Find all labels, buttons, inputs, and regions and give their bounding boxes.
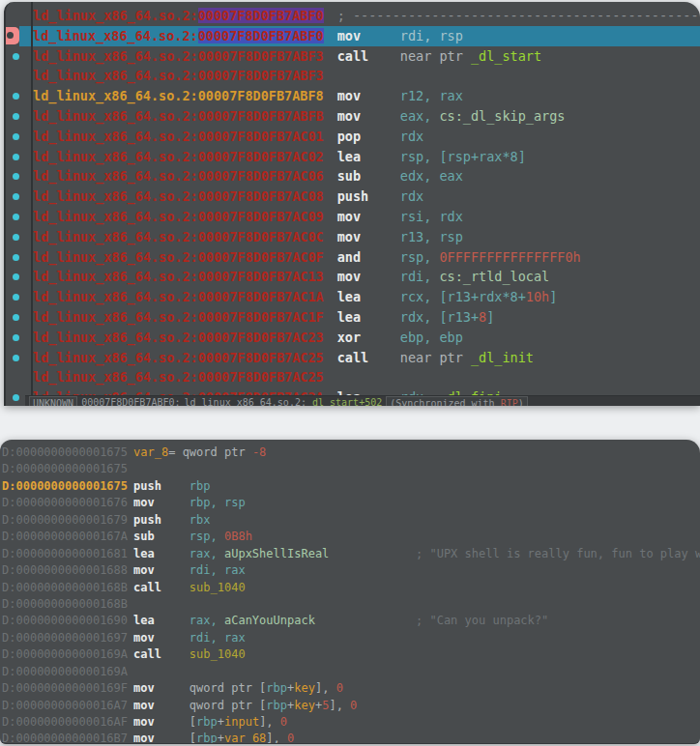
asm-line[interactable]: D:000000000000169Acallsub_1040 [2, 646, 700, 663]
mnemonic[interactable]: mov [337, 106, 400, 127]
breakpoint-dot[interactable] [13, 93, 19, 100]
code-token[interactable]: ], [315, 681, 336, 695]
mnemonic[interactable]: mov [133, 714, 190, 731]
code-token[interactable]: [ [190, 715, 196, 729]
code-token[interactable]: = [168, 445, 182, 459]
breakpoint-dot[interactable] [13, 113, 19, 120]
code-token[interactable]: rbp [266, 699, 287, 712]
mnemonic[interactable]: lea [337, 287, 400, 307]
mnemonic[interactable]: mov [337, 86, 400, 106]
code-token[interactable]: 0 [287, 732, 294, 744]
address-label[interactable]: D:0000000000001681 [2, 547, 128, 560]
code-token[interactable]: ] [486, 309, 494, 325]
operands[interactable]: rax, aUpxShellIsReal [190, 547, 330, 560]
breakpoint-dot[interactable] [13, 133, 19, 140]
address-label[interactable]: D:00000000000016AF [2, 715, 128, 729]
mnemonic[interactable]: mov [133, 698, 190, 714]
code-token[interactable]: 0 [280, 715, 287, 729]
code-token[interactable]: qword ptr [ [190, 681, 266, 695]
code-token[interactable]: aCanYouUnpack [224, 614, 315, 627]
address-label[interactable]: ld_linux_x86_64.so.2:00007F8D0FB7AC01 [33, 129, 324, 144]
code-token[interactable]: edx, eax [400, 168, 463, 184]
mnemonic[interactable]: lea [337, 147, 400, 167]
mnemonic[interactable]: call [133, 646, 190, 663]
mnemonic[interactable]: push [133, 512, 190, 529]
code-token[interactable]: rsp, [rsp+rax*8] [400, 149, 526, 164]
code-token[interactable]: _dl_init [471, 350, 534, 365]
code-token[interactable]: [ [190, 732, 196, 744]
address-label[interactable]: D:000000000000169F [2, 681, 128, 695]
mnemonic[interactable]: mov [133, 495, 190, 511]
disassembly-panel-ld-linux[interactable]: ld_linux_x86_64.so.2:00007F8D0FB7ABF0; -… [4, 2, 700, 406]
asm-line[interactable]: ld_linux_x86_64.so.2:00007F8D0FB7AC0Fand… [33, 247, 700, 268]
code-token[interactable]: cs:_dl_skip_args [439, 108, 565, 124]
asm-line[interactable]: ld_linux_x86_64.so.2:00007F8D0FB7AC06sub… [33, 166, 700, 186]
code-token[interactable]: rdi, rsp [400, 28, 463, 43]
address-label[interactable]: ld_linux_x86_64.so.2:00007F8D0FB7ABF0 [33, 28, 324, 43]
address-label[interactable]: ld_linux_x86_64.so.2:00007F8D0FB7AC06 [33, 168, 324, 184]
operands[interactable]: qword ptr [rbp+key], 0 [190, 681, 343, 695]
breakpoint-dot[interactable] [13, 193, 19, 200]
breakpoint-dot[interactable] [13, 53, 19, 60]
asm-line[interactable]: D:0000000000001675pushrbp [2, 478, 700, 495]
asm-line[interactable]: D:000000000000169A [2, 664, 700, 680]
code-token[interactable]: rdx, [r13+ [400, 309, 479, 325]
code-token[interactable]: ], [329, 699, 350, 712]
code-token[interactable]: eax, [400, 108, 440, 124]
asm-line[interactable]: ld_linux_x86_64.so.2:00007F8D0FB7AC0Cmov… [33, 227, 700, 247]
asm-line[interactable]: ld_linux_x86_64.so.2:00007F8D0FB7ABF0; -… [33, 6, 700, 26]
mnemonic[interactable]: lea [133, 546, 190, 562]
breakpoint-dot[interactable] [13, 154, 19, 160]
code-token[interactable]: key [294, 681, 315, 695]
operands[interactable]: rbp, rsp [190, 496, 246, 509]
asm-line[interactable]: D:000000000000169Fmovqword ptr [rbp+key]… [2, 680, 700, 697]
operands[interactable]: rcx, [r13+rdx*8+10h] [400, 289, 558, 304]
mnemonic[interactable]: sub [133, 529, 190, 545]
address-label[interactable]: D:0000000000001690 [2, 614, 128, 627]
asm-line[interactable]: ld_linux_x86_64.so.2:00007F8D0FB7AC08pus… [33, 186, 700, 207]
asm-line[interactable]: ld_linux_x86_64.so.2:00007F8D0FB7AC25cal… [33, 348, 700, 368]
code-token[interactable]: near ptr [400, 48, 471, 64]
asm-line[interactable]: D:0000000000001679pushrbx [2, 512, 700, 529]
code-token[interactable]: ], [266, 732, 287, 744]
breakpoint-dot[interactable] [13, 234, 19, 241]
mnemonic[interactable]: mov [337, 227, 400, 247]
operands[interactable]: r13, rsp [400, 229, 463, 244]
mnemonic[interactable]: xor [337, 328, 400, 348]
mnemonic[interactable]: push [133, 478, 190, 495]
address-label[interactable]: D:0000000000001697 [2, 631, 128, 645]
operands[interactable]: [rbp+input], 0 [190, 715, 287, 729]
address-label[interactable]: ld_linux_x86_64.so.2:00007F8D0FB7AC25 [33, 350, 324, 365]
operands[interactable]: rsp, [rsp+rax*8] [400, 149, 526, 164]
asm-line[interactable]: ld_linux_x86_64.so.2:00007F8D0FB7AC02lea… [33, 147, 700, 167]
mnemonic[interactable]: mov [133, 630, 190, 646]
address-label[interactable]: ld_linux_x86_64.so.2:00007F8D0FB7AC1F [33, 309, 324, 325]
address-label[interactable]: ld_linux_x86_64.so.2:00007F8D0FB7AC08 [33, 188, 324, 204]
operands[interactable]: rdx [400, 188, 423, 204]
code-token[interactable]: rbp [266, 681, 287, 695]
operands[interactable]: sub_1040 [190, 647, 246, 661]
code-token[interactable]: input [224, 715, 259, 729]
operands[interactable]: rdi, cs:_rtld_local [400, 269, 549, 284]
code-token[interactable]: rbp [196, 732, 218, 744]
asm-line[interactable]: ld_linux_x86_64.so.2:00007F8D0FB7ABF3 [33, 66, 700, 86]
asm-line[interactable]: ld_linux_x86_64.so.2:00007F8D0FB7ABF3cal… [33, 46, 700, 67]
mnemonic[interactable]: call [133, 580, 190, 596]
code-token[interactable]: 8 [479, 309, 486, 325]
address-label[interactable]: D:00000000000016A7 [2, 699, 128, 712]
breakpoint-dot[interactable] [13, 355, 19, 361]
address-label[interactable]: ld_linux_x86_64.so.2:00007F8D0FB7AC25 [33, 369, 324, 385]
operands[interactable]: eax, cs:_dl_skip_args [400, 108, 566, 124]
address-label[interactable]: D:000000000000168B [2, 597, 128, 611]
asm-line[interactable]: D:0000000000001688movrdi, rax [2, 562, 700, 579]
asm-line[interactable]: D:00000000000016B7mov[rbp+var_68], 0 [2, 731, 700, 744]
asm-line[interactable]: D:000000000000168Bcallsub_1040 [2, 580, 700, 596]
operands[interactable]: ; --------------------------------------… [337, 8, 700, 23]
address-label[interactable]: D:0000000000001688 [2, 563, 128, 577]
mnemonic[interactable]: mov [133, 680, 190, 697]
disassembly-panel-upx-function[interactable]: D:0000000000001675var_8= qword ptr -8D:0… [0, 440, 700, 744]
code-token[interactable]: rsp, [400, 249, 440, 265]
operands[interactable]: rdi, rax [190, 563, 246, 577]
address-label[interactable]: ld_linux_x86_64.so.2:00007F8D0FB7ABF3 [33, 48, 324, 64]
asm-line[interactable]: ld_linux_x86_64.so.2:00007F8D0FB7ABF0mov… [33, 26, 700, 46]
